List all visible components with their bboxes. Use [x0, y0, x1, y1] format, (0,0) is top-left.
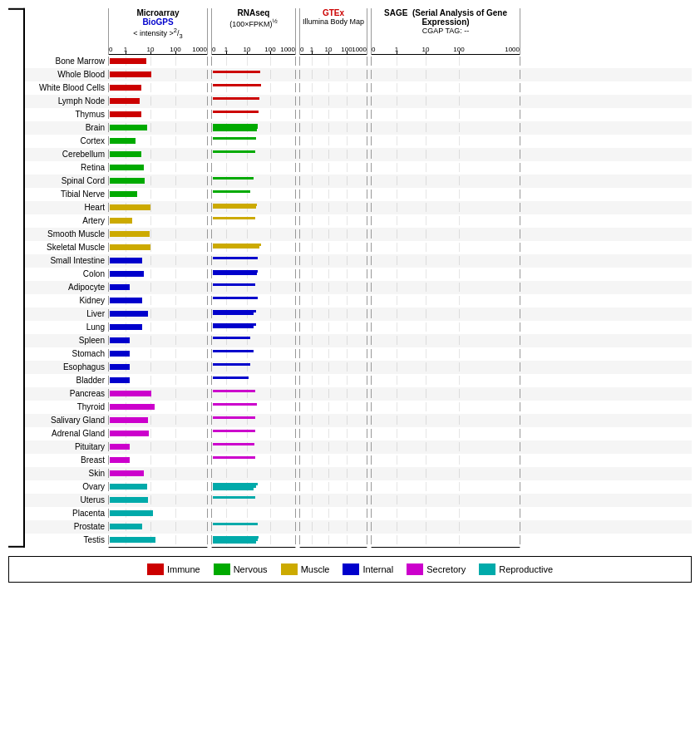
rnaseq-header: RNAseq (100×FPKM)½: [211, 8, 296, 40]
sage-bar-panel: [371, 136, 520, 145]
sage-bar-panel: [371, 203, 520, 212]
biogps-bar: [110, 58, 146, 64]
tissue-row: Adrenal Gland: [25, 427, 692, 440]
legend-item-immune: Immune: [147, 563, 200, 575]
gtex-bar-panel: [299, 322, 367, 332]
biogps-bar-panel: [108, 203, 208, 212]
biogps-bar-panel: [108, 482, 208, 491]
biogps-bar: [110, 470, 144, 476]
gtex-bar-panel: [299, 229, 367, 239]
biogps-bar-panel: [108, 349, 208, 358]
tissue-rows: Bone MarrowWhole BloodWhite Blood CellsL…: [25, 55, 692, 547]
rnaseq-bar-panel: [211, 136, 296, 145]
tissue-label: Liver: [25, 309, 108, 318]
legend-label-nervous: Nervous: [234, 564, 268, 574]
tissue-label: Small Intestine: [25, 256, 108, 265]
biogps-bar-panel: [108, 256, 208, 265]
rnaseq-bar: [213, 443, 254, 445]
sage-bar-panel: [371, 296, 520, 305]
sage-bar-panel: [371, 269, 520, 278]
biogps-bar-panel: [108, 402, 208, 411]
rnaseq-bar-panel: [211, 123, 296, 132]
tissue-label: Artery: [25, 216, 108, 225]
tissue-label: White Blood Cells: [25, 83, 108, 92]
tissue-label: Breast: [25, 455, 108, 465]
tissue-row: Cortex: [25, 135, 692, 148]
tissue-label: Bone Marrow: [25, 57, 108, 66]
legend-item-internal: Internal: [343, 563, 393, 575]
gtex-bar-panel: [299, 269, 367, 278]
gtex-bar-panel: [299, 469, 367, 478]
gtex-bar-panel: [299, 256, 367, 265]
rnaseq-bar-panel: [211, 110, 296, 119]
biogps-bar: [110, 85, 141, 91]
biogps-bar-panel: [108, 96, 208, 106]
tissue-row: Liver: [25, 308, 692, 321]
biogps-bar: [110, 311, 148, 317]
tissue-label: Colon: [25, 269, 108, 278]
sage-bar-panel: [371, 176, 520, 185]
tissue-row: Esophagus: [25, 361, 692, 374]
gtex-bar-panel: [299, 283, 367, 292]
rnaseq-bar-panel: [211, 522, 296, 531]
sage-bar-panel: [371, 402, 520, 411]
rnaseq-bar-panel: [211, 322, 296, 332]
rnaseq-bar: [213, 376, 249, 379]
biogps-bar-panel: [108, 136, 208, 145]
rnaseq-bar-panel: [211, 296, 296, 305]
rnaseq-bar: [213, 84, 261, 86]
sage-bar-panel: [371, 442, 520, 451]
tissue-label: Skeletal Muscle: [25, 243, 108, 252]
sage-bar-panel: [371, 389, 520, 398]
sage-bar-panel: [371, 455, 520, 465]
tissue-row: Tibial Nerve: [25, 188, 692, 201]
biogps-bar-panel: [108, 469, 208, 478]
tissue-label: Adrenal Gland: [25, 429, 108, 438]
tissue-row: Breast: [25, 454, 692, 467]
biogps-bar-panel: [108, 189, 208, 199]
rnaseq-bar: [213, 403, 257, 406]
biogps-bar-panel: [108, 322, 208, 332]
biogps-bar-panel: [108, 229, 208, 239]
rnaseq-bar: [213, 350, 254, 352]
biogps-header: Microarray BioGPS < intensity >2/3: [108, 8, 208, 40]
sage-bar-panel: [371, 189, 520, 199]
legend-color-nervous: [214, 563, 230, 575]
legend-label-internal: Internal: [362, 564, 393, 574]
tissue-row: Prostate: [25, 520, 692, 534]
sage-bar-panel: [371, 495, 520, 504]
gtex-bar-panel: [299, 189, 367, 199]
tissue-row: Spinal Cord: [25, 175, 692, 188]
rnaseq-bar-panel: [211, 243, 296, 252]
sage-bar-panel: [371, 256, 520, 265]
gtex-bar-panel: [299, 96, 367, 106]
sage-bar-panel: [371, 163, 520, 172]
sage-bar-panel: [371, 96, 520, 106]
biogps-axis: 0 1 10 100 1000: [108, 40, 208, 55]
biogps-bar-panel: [108, 83, 208, 92]
biogps-bar-panel: [108, 535, 208, 544]
legend-color-reproductive: [479, 563, 495, 575]
biogps-bar-panel: [108, 243, 208, 252]
sage-bar-panel: [371, 509, 520, 518]
tissue-label: Heart: [25, 203, 108, 212]
tissue-label: Smooth Muscle: [25, 229, 108, 239]
sage-bar-panel: [371, 535, 520, 544]
biogps-bar: [110, 444, 130, 450]
sage-axis: 0 1 10 100 1000: [371, 40, 520, 55]
tissue-label: Brain: [25, 123, 108, 132]
rnaseq-bar-panel: [211, 229, 296, 239]
tissue-label: Pituitary: [25, 442, 108, 451]
legend-color-muscle: [281, 563, 298, 575]
tissue-label: Thyroid: [25, 402, 108, 411]
biogps-bar-panel: [108, 110, 208, 119]
gtex-axis: 0 1 10 100 1000: [299, 40, 367, 55]
tissue-row: Salivary Gland: [25, 414, 692, 427]
gtex-bar-panel: [299, 203, 367, 212]
sage-bar-panel: [371, 322, 520, 332]
rnaseq-bar-panel: [211, 509, 296, 518]
legend-item-nervous: Nervous: [214, 563, 268, 575]
biogps-bar: [110, 351, 130, 357]
legend-label-secretory: Secretory: [426, 564, 466, 574]
tissue-label: Bladder: [25, 376, 108, 385]
